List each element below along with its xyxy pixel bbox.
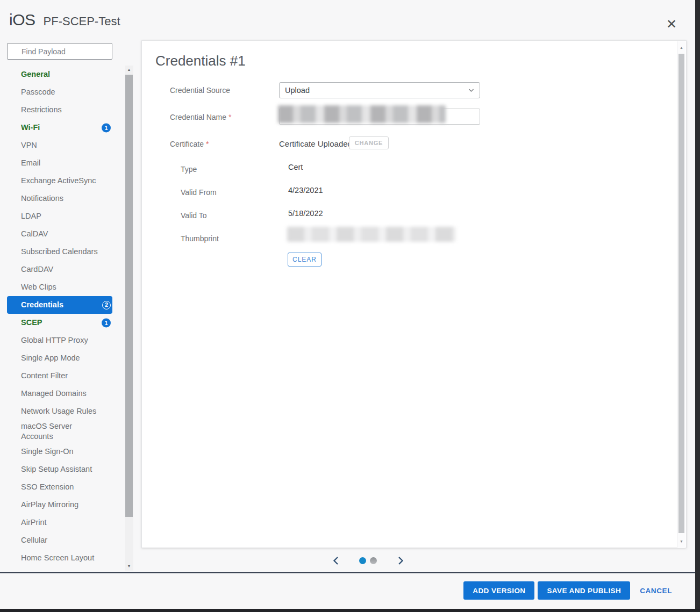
valid-from-label: Valid From [181, 188, 217, 197]
certificate-status: Certificate Uploaded [279, 139, 352, 148]
payload-count-badge: 1 [102, 123, 111, 132]
sidebar-item-label: Single App Mode [21, 353, 80, 363]
change-certificate-button[interactable]: CHANGE [349, 136, 389, 149]
panel-scrollbar[interactable]: ▲ ▼ [677, 41, 685, 548]
sidebar-item-network-usage-rules[interactable]: Network Usage Rules [7, 402, 112, 420]
sidebar-item-credentials[interactable]: Credentials2 [7, 296, 112, 314]
sidebar-item-email[interactable]: Email [7, 154, 112, 172]
type-label: Type [181, 165, 197, 174]
cancel-button[interactable]: CANCEL [640, 587, 672, 595]
thumbprint-label: Thumbprint [181, 234, 219, 243]
sidebar-item-scep[interactable]: SCEP1 [7, 314, 112, 332]
certificate-label: Certificate* [170, 140, 209, 148]
sidebar-item-label: Managed Domains [21, 388, 87, 399]
panel-scrollbar-thumb[interactable] [678, 54, 684, 533]
sidebar-item-label: Global HTTP Proxy [21, 335, 88, 345]
payload-panel: Credentials #1 Credential Source Upload … [141, 40, 687, 548]
sidebar-item-sso-extension[interactable]: SSO Extension [7, 478, 112, 496]
sidebar-item-label: Email [21, 158, 40, 168]
sidebar-item-label: AirPrint [21, 517, 47, 528]
credential-source-select[interactable]: Upload [279, 82, 480, 98]
sidebar-scrollbar-thumb[interactable] [125, 75, 133, 517]
sidebar-item-web-clips[interactable]: Web Clips [7, 278, 112, 296]
find-payload-input[interactable] [7, 43, 112, 60]
sidebar-item-label: CardDAV [21, 264, 53, 275]
sidebar-item-skip-setup-assistant[interactable]: Skip Setup Assistant [7, 460, 112, 478]
sidebar-item-airprint[interactable]: AirPrint [7, 514, 112, 531]
scroll-up-icon[interactable]: ▲ [125, 66, 133, 74]
sidebar-item-single-sign-on[interactable]: Single Sign-On [7, 443, 112, 460]
page-dot-2[interactable] [370, 557, 377, 564]
scroll-up-icon[interactable]: ▲ [677, 44, 685, 52]
window-header: iOS PF-SCEP-Test [9, 11, 120, 29]
sidebar-item-macos-server-accounts[interactable]: macOS Server Accounts [7, 420, 112, 443]
scroll-down-icon[interactable]: ▼ [125, 562, 133, 571]
sidebar-item-label: SSO Extension [21, 482, 74, 492]
sidebar-item-label: Exchange ActiveSync [21, 176, 96, 186]
sidebar-item-global-http-proxy[interactable]: Global HTTP Proxy [7, 332, 112, 349]
sidebar-item-subscribed-calendars[interactable]: Subscribed Calendars [7, 243, 112, 261]
profile-title: PF-SCEP-Test [44, 15, 120, 28]
footer-divider [0, 572, 695, 573]
required-asterisk: * [228, 113, 231, 121]
background-edge-bottom [0, 609, 700, 612]
sidebar-item-airplay-mirroring[interactable]: AirPlay Mirroring [7, 496, 112, 514]
payload-count-badge: 1 [102, 318, 111, 327]
sidebar-item-label: LDAP [21, 211, 41, 221]
valid-to-value: 5/18/2022 [288, 209, 323, 218]
sidebar-item-label: CalDAV [21, 229, 48, 239]
sidebar-item-label: VPN [21, 140, 37, 150]
sidebar-item-label: Single Sign-On [21, 447, 74, 457]
sidebar-item-general[interactable]: General [7, 66, 112, 83]
page-dot-1[interactable] [359, 557, 366, 564]
sidebar-item-label: Wi-Fi [21, 123, 40, 133]
sidebar-item-label: macOS Server Accounts [21, 421, 103, 442]
sidebar-item-restrictions[interactable]: Restrictions [7, 101, 112, 119]
footer-actions: ADD VERSION SAVE AND PUBLISH CANCEL [463, 581, 672, 600]
credential-source-label: Credential Source [170, 86, 230, 95]
credential-source-value: Upload [285, 86, 468, 95]
sidebar-item-caldav[interactable]: CalDAV [7, 225, 112, 243]
save-and-publish-button[interactable]: SAVE AND PUBLISH [538, 581, 630, 600]
sidebar-scrollbar[interactable]: ▲ ▼ [125, 66, 133, 571]
required-asterisk: * [206, 140, 209, 148]
sidebar-item-exchange-activesync[interactable]: Exchange ActiveSync [7, 172, 112, 190]
scroll-down-icon[interactable]: ▼ [677, 537, 685, 546]
sidebar-item-managed-domains[interactable]: Managed Domains [7, 385, 112, 402]
sidebar-item-notifications[interactable]: Notifications [7, 190, 112, 207]
type-value: Cert [288, 163, 303, 171]
sidebar-item-passcode[interactable]: Passcode [7, 83, 112, 101]
sidebar-item-label: Credentials [21, 300, 63, 310]
sidebar-item-home-screen-layout[interactable]: Home Screen Layout [7, 549, 112, 567]
sidebar-item-label: Home Screen Layout [21, 553, 94, 563]
previous-page-icon[interactable] [331, 556, 340, 565]
sidebar-item-label: Web Clips [21, 282, 56, 292]
sidebar-item-label: Content Filter [21, 371, 68, 381]
profile-editor-modal: iOS PF-SCEP-Test ✕ GeneralPasscodeRestri… [0, 0, 700, 612]
sidebar-item-label: Skip Setup Assistant [21, 464, 92, 474]
sidebar-item-label: SCEP [21, 318, 42, 328]
sidebar-item-wi-fi[interactable]: Wi-Fi1 [7, 119, 112, 136]
close-icon[interactable]: ✕ [665, 17, 678, 31]
add-version-button[interactable]: ADD VERSION [463, 581, 534, 600]
sidebar-item-label: Network Usage Rules [21, 406, 96, 416]
panel-title: Credentials #1 [155, 53, 246, 69]
sidebar-item-label: Notifications [21, 193, 63, 204]
sidebar-item-content-filter[interactable]: Content Filter [7, 367, 112, 385]
sidebar-item-ldap[interactable]: LDAP [7, 207, 112, 225]
sidebar-item-label: Restrictions [21, 105, 62, 115]
sidebar-item-label: AirPlay Mirroring [21, 500, 78, 510]
sidebar-item-vpn[interactable]: VPN [7, 136, 112, 154]
valid-from-value: 4/23/2021 [288, 186, 323, 195]
clear-certificate-button[interactable]: CLEAR [288, 253, 322, 267]
next-page-icon[interactable] [396, 556, 405, 565]
page-dots [359, 557, 377, 564]
chevron-down-icon [468, 89, 474, 92]
sidebar-item-cellular[interactable]: Cellular [7, 531, 112, 549]
payload-pagination [331, 554, 405, 567]
sidebar-item-single-app-mode[interactable]: Single App Mode [7, 349, 112, 367]
sidebar-item-label: Subscribed Calendars [21, 247, 98, 257]
background-edge-right [695, 0, 700, 612]
sidebar-item-carddav[interactable]: CardDAV [7, 261, 112, 278]
credential-name-input[interactable] [279, 109, 480, 125]
